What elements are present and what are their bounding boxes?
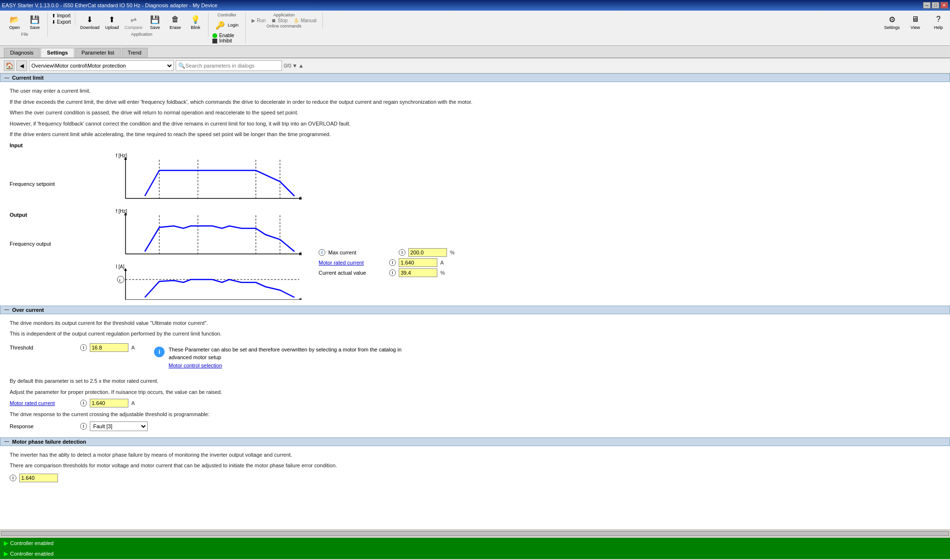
login-icon: 🔑: [214, 19, 226, 31]
over-current-title: Over current: [12, 307, 44, 313]
over-current-main-row: Threshold I A i These Parameter can also…: [10, 342, 940, 374]
blink-icon: 💡: [190, 14, 201, 25]
motor-rated-edit-icon[interactable]: I: [389, 259, 396, 266]
status-arrow: ▶: [4, 540, 8, 546]
page-nav-down[interactable]: ▼: [292, 63, 297, 69]
input-label: Input: [10, 142, 940, 148]
current-limit-desc-4: However, if 'frequency foldback' cannot …: [10, 120, 940, 128]
app-save-button[interactable]: 💾 Save: [145, 13, 165, 31]
settings-toolbar-button[interactable]: ⚙ Settings: [882, 13, 902, 31]
charts-area: Frequency setpoint Output Frequency outp…: [10, 150, 940, 301]
current-limit-desc-3: When the over current condition is passe…: [10, 109, 940, 117]
motor-rated-current-unit: A: [440, 260, 444, 266]
motor-control-selection-link[interactable]: Motor control selection: [168, 363, 222, 368]
info-box-text: These Parameter can also be set and ther…: [168, 346, 401, 370]
home-button[interactable]: 🏠: [4, 60, 14, 71]
response-desc: The drive response to the current crossi…: [10, 410, 940, 419]
manual-icon: ✋: [293, 18, 299, 23]
max-current-input[interactable]: [408, 248, 447, 257]
run-button[interactable]: ▶ Run: [250, 17, 267, 24]
run-icon: ▶: [251, 18, 255, 23]
view-button[interactable]: 🖥 View: [906, 13, 925, 31]
motor-rated-current-link2[interactable]: Motor rated current: [10, 400, 77, 406]
compare-button[interactable]: ⇌ Compare: [123, 13, 144, 31]
motor-rated-current-link[interactable]: Motor rated current: [319, 260, 386, 266]
erase-button[interactable]: 🗑 Erase: [166, 13, 185, 31]
minimize-button[interactable]: ─: [923, 2, 931, 9]
svg-text:i: i: [119, 278, 120, 282]
over-current-section-header[interactable]: — Over current: [0, 306, 950, 314]
status-text2: Controller enabled: [10, 551, 54, 557]
status-bar2: ▶ Controller enabled: [0, 548, 950, 559]
motor-phase-title: Motor phase failure detection: [12, 439, 86, 445]
main-content: — Current limit The user may enter a cur…: [0, 73, 950, 529]
window-controls: ─ □ ✕: [923, 2, 948, 9]
current-actual-label: Current actual value: [319, 270, 386, 276]
threshold-input[interactable]: [90, 343, 128, 352]
max-current-info-icon[interactable]: i: [319, 249, 325, 256]
horizontal-scrollbar[interactable]: [1, 531, 949, 536]
compare-icon: ⇌: [127, 14, 139, 25]
current-actual-edit-icon[interactable]: I: [389, 269, 396, 276]
max-current-unit: %: [450, 250, 455, 255]
current-limit-title: Current limit: [12, 75, 43, 81]
tab-settings[interactable]: Settings: [41, 48, 74, 57]
close-button[interactable]: ✕: [940, 2, 948, 9]
upload-icon: ⬆: [106, 14, 118, 25]
help-button[interactable]: ? Help: [929, 13, 948, 31]
toolbar-right: ⚙ Settings 🖥 View ? Help: [882, 13, 948, 31]
tab-trend[interactable]: Trend: [122, 48, 148, 57]
export-button[interactable]: ⬇ Export: [50, 19, 73, 25]
back-button[interactable]: ◀: [16, 60, 27, 71]
app-group2-label: Application: [250, 13, 319, 17]
blink-button[interactable]: 💡 Blink: [186, 13, 205, 31]
max-current-row: i Max current I %: [319, 248, 455, 257]
manual-button[interactable]: ✋ Manual: [292, 17, 319, 24]
current-limit-section-header[interactable]: — Current limit: [0, 73, 950, 82]
motor-rated-edit-icon2[interactable]: I: [80, 400, 87, 406]
breadcrumb-select[interactable]: Overview\Motor control\Motor protection: [29, 60, 174, 71]
svg-text:t: t: [300, 251, 302, 256]
freq-setpoint-label: Frequency setpoint: [10, 160, 106, 208]
stop-button[interactable]: ⏹ Stop: [269, 17, 290, 24]
current-actual-unit: %: [440, 270, 445, 276]
response-select[interactable]: Fault [3] Warning [1] Disabled [0]: [90, 421, 148, 431]
motor-phase-desc1: The inverter has the ablty to detect a m…: [10, 451, 940, 459]
freq-output-label: Frequency output: [10, 220, 106, 268]
motor-rated-current-row2: Motor rated current I A: [10, 399, 940, 407]
save-icon: 💾: [29, 14, 41, 25]
max-current-edit-icon[interactable]: I: [399, 249, 405, 256]
threshold-edit-icon[interactable]: I: [80, 344, 87, 351]
view-icon: 🖥: [909, 14, 921, 25]
tab-parameter-list[interactable]: Parameter list: [75, 48, 121, 57]
current-actual-input[interactable]: [399, 268, 437, 277]
import-export-group: ⬆ Import ⬇ Export: [48, 13, 75, 25]
over-current-desc2: This is independent of the output curren…: [10, 330, 940, 338]
motor-phase-edit-icon[interactable]: I: [10, 475, 16, 481]
file-group: 📂 Open 💾 Save File: [2, 13, 48, 37]
response-edit-icon[interactable]: I: [80, 423, 87, 430]
open-button[interactable]: 📂 Open: [5, 13, 24, 31]
download-icon: ⬇: [84, 14, 96, 25]
threshold-label: Threshold: [10, 345, 77, 350]
save-button[interactable]: 💾 Save: [25, 13, 44, 31]
response-label: Response: [10, 423, 77, 429]
motor-phase-content: The inverter has the ablty to detect a m…: [0, 446, 950, 489]
online-commands-group: Application ▶ Run ⏹ Stop ✋ Manual Online…: [246, 13, 323, 28]
motor-rated-current-input2[interactable]: [90, 399, 128, 407]
chart-labels-left: Frequency setpoint Output Frequency outp…: [10, 150, 106, 268]
online-commands-label: Online commands: [250, 24, 319, 28]
motor-rated-current-input[interactable]: [399, 258, 437, 267]
tab-diagnosis[interactable]: Diagnosis: [4, 48, 40, 57]
login-button[interactable]: 🔑 Login: [212, 18, 241, 32]
page-nav-up[interactable]: ▲: [298, 63, 304, 69]
maximize-button[interactable]: □: [932, 2, 939, 9]
upload-button[interactable]: ⬆ Upload: [102, 13, 122, 31]
download-button[interactable]: ⬇ Download: [78, 13, 101, 31]
search-input[interactable]: [185, 63, 272, 69]
motor-phase-section-header[interactable]: — Motor phase failure detection: [0, 437, 950, 446]
threshold-unit: A: [131, 345, 135, 350]
main-chart: f [Hz] t f [Hz: [116, 150, 309, 300]
import-button[interactable]: ⬆ Import: [50, 13, 73, 19]
motor-phase-input[interactable]: [19, 474, 58, 482]
